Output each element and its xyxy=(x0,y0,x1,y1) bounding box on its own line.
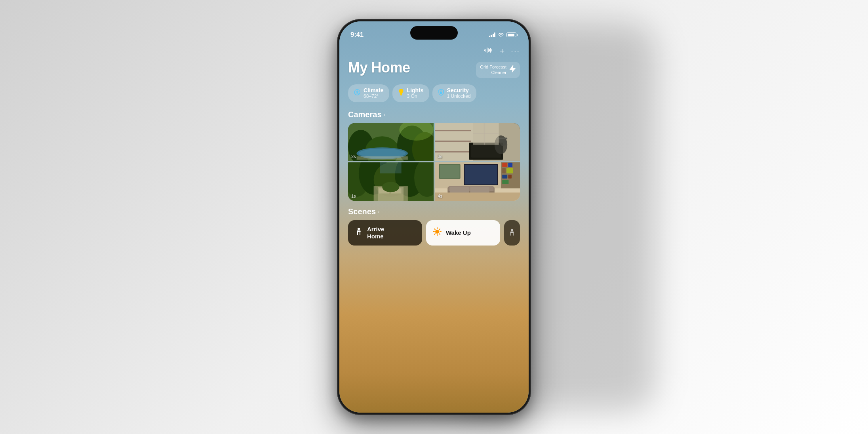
svg-rect-50 xyxy=(502,163,507,167)
wifi-icon xyxy=(498,32,504,37)
wake-up-label: Wake Up xyxy=(446,229,471,236)
svg-rect-55 xyxy=(508,175,512,179)
wake-up-icon xyxy=(432,227,442,238)
more-scenes-chip[interactable] xyxy=(504,220,520,246)
svg-point-68 xyxy=(511,229,513,231)
climate-content: Climate 68–72° xyxy=(364,88,384,99)
battery-icon xyxy=(506,32,518,37)
lights-chip[interactable]: Lights 3 On xyxy=(392,84,429,102)
scenes-chips: Arrive Home W xyxy=(348,220,520,246)
svg-rect-44 xyxy=(380,162,402,173)
wake-up-scene[interactable]: Wake Up xyxy=(426,220,500,246)
svg-rect-56 xyxy=(502,180,508,184)
arrive-home-icon xyxy=(354,227,363,238)
phone-frame: 9:41 xyxy=(337,19,531,415)
camera-1-timestamp: 2s xyxy=(351,154,356,159)
bolt-icon xyxy=(509,65,516,75)
security-icon xyxy=(438,89,444,97)
svg-rect-6 xyxy=(491,49,492,51)
camera-1[interactable]: 2s xyxy=(348,123,434,162)
svg-rect-1 xyxy=(485,49,486,52)
scenes-title: Scenes xyxy=(348,207,376,216)
status-time: 9:41 xyxy=(350,31,364,39)
scene: 9:41 xyxy=(0,0,868,434)
svg-rect-3 xyxy=(488,48,489,52)
security-content: Security 1 Unlocked xyxy=(447,88,471,99)
svg-rect-18 xyxy=(357,156,408,160)
status-chips: Climate 68–72° L xyxy=(348,84,520,102)
lights-icon xyxy=(398,88,404,98)
grid-forecast[interactable]: Grid Forecast Cleaner xyxy=(476,62,520,78)
cameras-chevron: › xyxy=(384,111,386,118)
camera-4[interactable]: 4s xyxy=(435,162,520,201)
svg-rect-0 xyxy=(484,49,485,51)
camera-3[interactable]: 1s xyxy=(348,162,434,201)
svg-rect-9 xyxy=(400,95,402,96)
svg-rect-52 xyxy=(502,168,506,173)
grid-forecast-text: Grid Forecast Cleaner xyxy=(480,64,506,76)
scenes-section-header[interactable]: Scenes › xyxy=(348,207,520,216)
climate-icon xyxy=(354,89,361,97)
svg-rect-24 xyxy=(435,151,471,152)
signal-icon xyxy=(489,32,496,37)
svg-rect-32 xyxy=(473,133,499,134)
home-title: My Home xyxy=(348,59,410,76)
lights-content: Lights 3 On xyxy=(407,88,424,99)
climate-chip[interactable]: Climate 68–72° xyxy=(348,84,389,102)
camera-4-timestamp: 4s xyxy=(438,194,443,198)
svg-rect-65 xyxy=(435,193,520,201)
camera-grid: 2s xyxy=(348,123,520,201)
svg-rect-8 xyxy=(400,94,402,95)
svg-rect-59 xyxy=(464,165,497,185)
svg-point-67 xyxy=(435,230,439,234)
svg-rect-51 xyxy=(508,163,512,167)
status-icons xyxy=(489,32,518,37)
waveform-button[interactable] xyxy=(484,47,493,55)
svg-rect-2 xyxy=(487,48,487,53)
svg-rect-48 xyxy=(440,165,459,178)
top-actions: + ··· xyxy=(348,46,520,56)
security-chip[interactable]: Security 1 Unlocked xyxy=(432,84,476,102)
camera-3-timestamp: 1s xyxy=(351,194,356,198)
arrive-home-scene[interactable]: Arrive Home xyxy=(348,220,422,246)
svg-point-43 xyxy=(382,182,399,192)
arrive-home-label: Arrive Home xyxy=(367,226,384,240)
cameras-title: Cameras xyxy=(348,110,382,119)
camera-2-timestamp: 3s xyxy=(438,154,443,159)
dynamic-island xyxy=(410,26,458,40)
more-button[interactable]: ··· xyxy=(511,47,520,56)
svg-rect-23 xyxy=(435,141,471,142)
scenes-section: Scenes › xyxy=(348,207,520,246)
svg-rect-5 xyxy=(490,48,491,53)
svg-rect-4 xyxy=(489,49,490,51)
svg-rect-22 xyxy=(435,130,471,131)
scenes-chevron: › xyxy=(378,208,380,215)
svg-point-66 xyxy=(358,228,360,230)
phone-screen: 9:41 xyxy=(339,21,529,413)
add-button[interactable]: + xyxy=(499,46,504,56)
camera-2[interactable]: 3s xyxy=(435,123,520,162)
svg-rect-54 xyxy=(502,175,507,179)
home-title-row: My Home Grid Forecast Cleaner xyxy=(348,59,520,78)
app-content: + ··· My Home Grid Forecast Cleaner xyxy=(339,46,529,246)
cameras-section-header[interactable]: Cameras › xyxy=(348,110,520,119)
svg-rect-53 xyxy=(506,168,513,173)
svg-rect-10 xyxy=(440,92,442,94)
